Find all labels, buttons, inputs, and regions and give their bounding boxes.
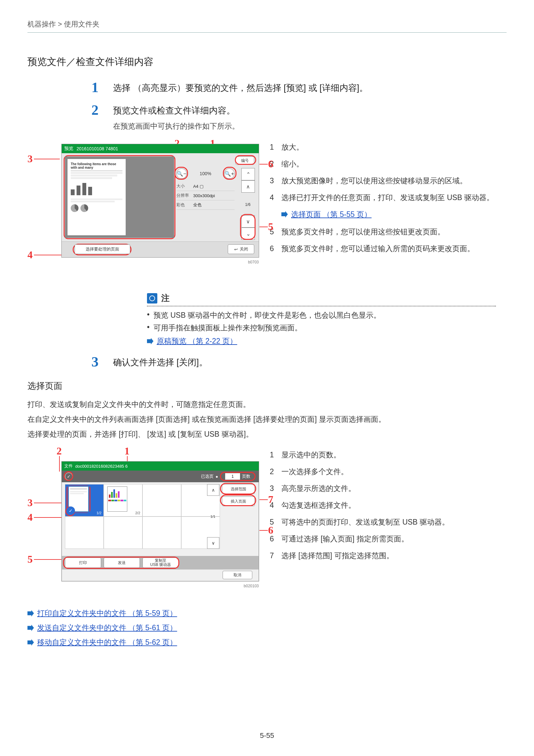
selected-label: 已选页 [201, 473, 214, 479]
preview-panel: 预览 20161010108 74801 The following items… [62, 144, 259, 257]
desc2-5: 可将选中的页面打印、发送或复制至 USB 驱动器。 [281, 516, 449, 528]
page-checkbox-1[interactable]: ✓ [66, 506, 75, 515]
callout-3-label: 3 [27, 497, 33, 509]
page-num-2: 2/2 [135, 511, 140, 515]
callout-line [34, 159, 60, 159]
callout-ring-6 [235, 155, 256, 165]
page-number: 5-55 [0, 731, 534, 740]
desc2-7: 选择 [选择范围] 可指定选择范围。 [281, 549, 394, 562]
preview-title-label: 预览 [64, 146, 73, 151]
callout-5-label: 5 [268, 221, 273, 233]
callout-ring-1: 1 页数 [220, 472, 256, 481]
desc-num: 2 [270, 465, 277, 478]
preview-canvas[interactable]: The following items are those with and m… [65, 156, 174, 238]
desc2-4: 勾选复选框选择文件。 [281, 499, 356, 512]
callout-line [34, 559, 62, 560]
callout-line [59, 456, 60, 472]
select-pages-label: 选择要处理的页面 [86, 246, 119, 252]
bullet-icon: • [147, 310, 150, 320]
desc2-1: 显示选中的页数。 [281, 448, 341, 461]
xref-original-preview[interactable]: 原稿预览 （第 2-22 页） [157, 336, 237, 346]
scroll-page-indicator: 1/1 [207, 496, 219, 537]
note-item-2: 可用手指在触摸面板上操作来控制预览画面。 [153, 323, 302, 333]
xref-move-custom[interactable]: 移动自定义文件夹中的文件 （第 5-62 页） [37, 637, 177, 647]
callout-line [259, 530, 268, 531]
step-2-subtitle: 在预览画面中可执行的操作如下所示。 [113, 120, 507, 132]
callout-2-label: 2 [57, 445, 62, 457]
desc-num: 6 [270, 242, 277, 255]
section-title: 预览文件／检查文件详细内容 [27, 55, 507, 68]
preview-document: The following items are those with and m… [67, 159, 126, 235]
arrow-icon [147, 338, 153, 344]
prop-size-key: 大小 [176, 183, 193, 189]
desc-num: 3 [270, 482, 277, 495]
prop-color-key: 彩色 [176, 202, 193, 208]
callout-5-label: 5 [27, 554, 33, 565]
desc-num: 3 [270, 174, 277, 187]
subsection-title: 选择页面 [27, 380, 507, 392]
desc2-6: 可通过选择 [输入页面] 指定所需页面。 [281, 532, 409, 545]
scroll-up-button[interactable]: ∧ [241, 180, 255, 193]
prop-res-val: 300x300dpi [193, 193, 235, 198]
step-1-number: 1 [27, 81, 98, 94]
callout-ring-5 [63, 556, 179, 569]
page-select-bottom-bar: 打印 发送 复制至 USB 驱动器 [62, 556, 259, 570]
desc-num: 4 [270, 191, 277, 204]
close-label: 关闭 [240, 246, 248, 252]
xref-select-page[interactable]: 选择页面 （第 5-55 页） [291, 208, 371, 221]
close-button[interactable]: ↩ 关闭 [228, 244, 254, 254]
arrow-icon [27, 625, 34, 631]
zoom-value: 100% [189, 171, 222, 176]
step-2-title: 预览文件或检查文件详细内容。 [113, 104, 507, 117]
arrow-icon [27, 610, 34, 617]
page-scrollbar: ∧ 1/1 ∨ [207, 484, 219, 549]
note-box: 注 •预览 USB 驱动器中的文件时，即使文件是彩色，也会以黑白色显示。 •可用… [147, 292, 496, 346]
step-3-number: 3 [27, 356, 98, 369]
bullet-icon: • [147, 323, 150, 333]
scroll-top-button[interactable]: ⌃ [241, 168, 255, 180]
preview-titlebar: 预览 20161010108 74801 [62, 144, 259, 153]
callout-7-label: 7 [268, 494, 273, 505]
callout-6-label: 6 [268, 158, 273, 170]
prop-color-val: 全色 [193, 202, 235, 208]
titlebar-pre: 文件 [64, 463, 73, 469]
page-select-titlebar: 文件 doc000182016082623485 6 [62, 462, 259, 471]
breadcrumb: 机器操作 > 使用文件夹 [27, 19, 507, 33]
page-select-panel: 文件 doc000182016082623485 6 已选页 ● 1 页数 [62, 461, 259, 581]
cancel-button[interactable]: 取消 [222, 571, 252, 579]
preview-title-docid: 20161010108 74801 [77, 146, 118, 151]
note-icon [147, 293, 157, 304]
page-num-1: 1/2 [97, 511, 101, 515]
desc2-3: 高亮显示所选的文件。 [281, 482, 356, 495]
desc-4: 选择已打开文件的任意页面，打印、发送或复制至 USB 驱动器。 [281, 191, 494, 204]
note-title: 注 [161, 292, 169, 304]
titlebar-docid: doc000182016082623485 6 [75, 464, 128, 469]
arrow-icon [27, 639, 34, 646]
scroll-down-button[interactable]: ∨ [207, 537, 219, 549]
callout-ring-6-btn [220, 495, 256, 506]
scroll-up-button[interactable]: ∧ [207, 484, 219, 496]
xref-print-custom[interactable]: 打印自定义文件夹中的文件 （第 5-59 页） [37, 608, 177, 618]
desc2-2: 一次选择多个文件。 [281, 465, 348, 478]
xref-send-custom[interactable]: 发送自定义文件夹中的文件 （第 5-61 页） [37, 623, 177, 633]
callout-4-label: 4 [27, 249, 33, 261]
arrow-icon [281, 211, 288, 218]
page-grid: ✓ 1/2 2/2 [65, 484, 220, 549]
callout-ring-5 [240, 214, 256, 240]
select-page-para-1: 打印、发送或复制自定义文件夹中的文件时，可随意指定任意页面。 [27, 398, 507, 411]
callout-4-label: 4 [27, 511, 33, 523]
callout-ring-1 [223, 167, 237, 180]
preview-bottom-bar: 选择要处理的页面 ↩ 关闭 [62, 241, 259, 257]
selected-unit: 页数 [242, 473, 250, 479]
cancel-label: 取消 [234, 572, 241, 578]
page-thumbnail-2[interactable] [107, 486, 127, 512]
selected-count: 1 [225, 473, 240, 480]
figure-code: b020103 [243, 584, 259, 588]
close-icon: ↩ [234, 247, 238, 252]
selected-dot: ● [216, 474, 218, 479]
callout-line [259, 500, 268, 500]
desc-num: 1 [270, 448, 277, 461]
select-pages-button[interactable]: 选择要处理的页面 [75, 244, 130, 254]
prop-res-key: 分辨率 [176, 193, 193, 199]
callout-6-label: 6 [268, 524, 273, 536]
